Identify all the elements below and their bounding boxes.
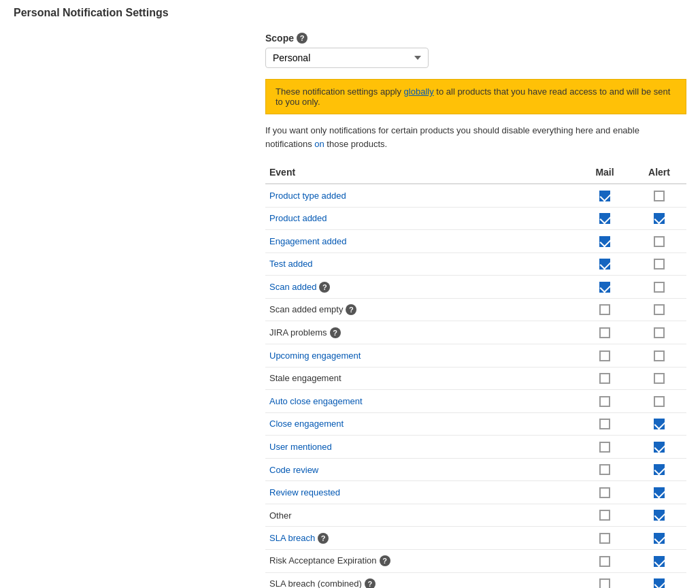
mail-cell-risk-acceptance-expiration[interactable] [578, 550, 632, 573]
mail-checkbox-scan-added[interactable] [599, 282, 610, 293]
alert-cell-scan-added-empty[interactable] [632, 298, 686, 321]
help-icon-risk-acceptance-expiration[interactable]: ? [380, 555, 390, 566]
globally-link[interactable]: globally [404, 86, 434, 97]
alert-cell-upcoming-engagement[interactable] [632, 344, 686, 367]
alert-cell-sla-breach[interactable] [632, 527, 686, 550]
alert-checkbox-product-type-added[interactable] [654, 191, 665, 201]
mail-cell-other[interactable] [578, 504, 632, 527]
event-cell-sla-breach[interactable]: SLA breach? [265, 527, 578, 550]
scope-select[interactable]: Personal [265, 48, 429, 68]
event-link-test-added[interactable]: Test added [269, 259, 313, 269]
alert-checkbox-sla-breach[interactable] [654, 533, 665, 544]
alert-checkbox-review-requested[interactable] [654, 487, 665, 498]
event-link-product-added[interactable]: Product added [269, 213, 327, 223]
mail-checkbox-risk-acceptance-expiration[interactable] [599, 556, 610, 567]
alert-cell-user-mentioned[interactable] [632, 436, 686, 459]
alert-checkbox-scan-added[interactable] [654, 282, 665, 293]
scope-help-icon[interactable]: ? [297, 33, 307, 44]
mail-cell-product-added[interactable] [578, 207, 632, 230]
event-cell-user-mentioned[interactable]: User mentioned [265, 436, 578, 459]
event-cell-product-type-added[interactable]: Product type added [265, 184, 578, 207]
event-link-close-engagement[interactable]: Close engagement [269, 419, 344, 429]
mail-cell-scan-added-empty[interactable] [578, 298, 632, 321]
alert-cell-product-type-added[interactable] [632, 184, 686, 207]
alert-cell-risk-acceptance-expiration[interactable] [632, 550, 686, 573]
alert-cell-review-requested[interactable] [632, 481, 686, 504]
event-cell-product-added[interactable]: Product added [265, 207, 578, 230]
mail-cell-sla-breach-combined[interactable] [578, 572, 632, 588]
mail-cell-jira-problems[interactable] [578, 321, 632, 344]
mail-checkbox-stale-engagement[interactable] [599, 373, 610, 384]
event-link-user-mentioned[interactable]: User mentioned [269, 442, 332, 452]
mail-checkbox-test-added[interactable] [599, 259, 610, 270]
event-cell-scan-added[interactable]: Scan added? [265, 276, 578, 299]
event-link-sla-breach[interactable]: SLA breach [269, 533, 315, 543]
help-icon-scan-added-empty[interactable]: ? [346, 304, 356, 315]
mail-checkbox-auto-close-engagement[interactable] [599, 396, 610, 407]
alert-checkbox-code-review[interactable] [654, 464, 665, 475]
event-cell-test-added[interactable]: Test added [265, 252, 578, 276]
mail-checkbox-sla-breach-combined[interactable] [599, 578, 610, 588]
mail-checkbox-review-requested[interactable] [599, 487, 610, 498]
alert-checkbox-jira-problems[interactable] [654, 327, 665, 338]
mail-cell-auto-close-engagement[interactable] [578, 390, 632, 413]
alert-checkbox-engagement-added[interactable] [654, 236, 665, 247]
event-cell-auto-close-engagement[interactable]: Auto close engagement [265, 390, 578, 413]
alert-checkbox-product-added[interactable] [654, 213, 665, 224]
event-link-upcoming-engagement[interactable]: Upcoming engagement [269, 350, 361, 361]
alert-cell-auto-close-engagement[interactable] [632, 390, 686, 413]
event-cell-review-requested[interactable]: Review requested [265, 481, 578, 504]
mail-cell-test-added[interactable] [578, 252, 632, 276]
alert-checkbox-close-engagement[interactable] [654, 419, 665, 429]
alert-cell-jira-problems[interactable] [632, 321, 686, 344]
alert-cell-engagement-added[interactable] [632, 230, 686, 253]
alert-cell-stale-engagement[interactable] [632, 367, 686, 390]
mail-cell-upcoming-engagement[interactable] [578, 344, 632, 367]
event-link-engagement-added[interactable]: Engagement added [269, 236, 346, 246]
mail-checkbox-other[interactable] [599, 510, 610, 521]
alert-cell-close-engagement[interactable] [632, 412, 686, 436]
mail-checkbox-engagement-added[interactable] [599, 236, 610, 247]
alert-cell-code-review[interactable] [632, 458, 686, 481]
mail-checkbox-close-engagement[interactable] [599, 419, 610, 429]
mail-checkbox-user-mentioned[interactable] [599, 442, 610, 453]
event-link-auto-close-engagement[interactable]: Auto close engagement [269, 396, 363, 406]
event-cell-close-engagement[interactable]: Close engagement [265, 412, 578, 436]
alert-cell-test-added[interactable] [632, 252, 686, 276]
alert-checkbox-other[interactable] [654, 510, 665, 521]
mail-cell-scan-added[interactable] [578, 276, 632, 299]
event-cell-upcoming-engagement[interactable]: Upcoming engagement [265, 344, 578, 367]
help-icon-sla-breach-combined[interactable]: ? [365, 578, 376, 588]
alert-cell-other[interactable] [632, 504, 686, 527]
mail-cell-close-engagement[interactable] [578, 412, 632, 436]
on-link[interactable]: on [314, 139, 324, 149]
mail-checkbox-product-added[interactable] [599, 213, 610, 224]
alert-checkbox-upcoming-engagement[interactable] [654, 350, 665, 361]
mail-checkbox-scan-added-empty[interactable] [599, 304, 610, 315]
mail-checkbox-code-review[interactable] [599, 464, 610, 475]
event-link-product-type-added[interactable]: Product type added [269, 191, 346, 201]
mail-cell-sla-breach[interactable] [578, 527, 632, 550]
mail-cell-engagement-added[interactable] [578, 230, 632, 253]
alert-checkbox-test-added[interactable] [654, 259, 665, 270]
help-icon-sla-breach[interactable]: ? [318, 533, 329, 544]
mail-checkbox-upcoming-engagement[interactable] [599, 350, 610, 361]
alert-checkbox-scan-added-empty[interactable] [654, 304, 665, 315]
alert-cell-product-added[interactable] [632, 207, 686, 230]
help-icon-scan-added[interactable]: ? [319, 282, 330, 293]
event-cell-code-review[interactable]: Code review [265, 458, 578, 481]
alert-checkbox-auto-close-engagement[interactable] [654, 396, 665, 407]
mail-cell-review-requested[interactable] [578, 481, 632, 504]
alert-checkbox-stale-engagement[interactable] [654, 373, 665, 384]
mail-cell-product-type-added[interactable] [578, 184, 632, 207]
mail-checkbox-jira-problems[interactable] [599, 327, 610, 338]
event-link-review-requested[interactable]: Review requested [269, 487, 340, 497]
alert-checkbox-user-mentioned[interactable] [654, 442, 665, 453]
event-link-code-review[interactable]: Code review [269, 465, 318, 475]
mail-cell-user-mentioned[interactable] [578, 436, 632, 459]
alert-checkbox-sla-breach-combined[interactable] [654, 578, 665, 588]
help-icon-jira-problems[interactable]: ? [330, 327, 341, 338]
mail-cell-stale-engagement[interactable] [578, 367, 632, 390]
mail-cell-code-review[interactable] [578, 458, 632, 481]
alert-checkbox-risk-acceptance-expiration[interactable] [654, 556, 665, 567]
